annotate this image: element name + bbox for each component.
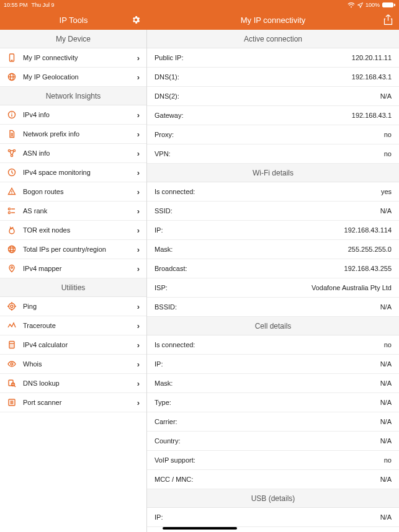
globe-icon bbox=[7, 72, 17, 82]
chevron-right-icon: › bbox=[137, 398, 140, 407]
home-indicator[interactable] bbox=[163, 527, 237, 530]
svg-point-24 bbox=[9, 303, 15, 309]
chevron-right-icon: › bbox=[137, 264, 140, 273]
sidebar-section-header: My Device bbox=[0, 30, 146, 48]
svg-point-16 bbox=[11, 193, 12, 193]
calc-icon bbox=[7, 340, 17, 350]
gear-icon bbox=[131, 15, 141, 25]
svg-point-34 bbox=[11, 363, 13, 365]
detail-key: Carrier: bbox=[155, 418, 177, 425]
svg-line-37 bbox=[14, 386, 16, 387]
sidebar-item[interactable]: IPv4 mapper› bbox=[0, 259, 146, 278]
content-pane[interactable]: Active connectionPublic IP:120.20.11.11D… bbox=[147, 30, 399, 532]
detail-value: N/A bbox=[380, 437, 392, 445]
doc-icon bbox=[7, 129, 17, 139]
sidebar-item[interactable]: Bogon routes› bbox=[0, 182, 146, 202]
sidebar-item[interactable]: DNS lookup› bbox=[0, 374, 146, 393]
sidebar-item[interactable]: TOR exit nodes› bbox=[0, 221, 146, 240]
detail-value: no bbox=[384, 131, 392, 138]
svg-point-7 bbox=[11, 113, 12, 114]
sidebar-item[interactable]: Network prefix info› bbox=[0, 125, 146, 144]
settings-button[interactable] bbox=[131, 15, 141, 25]
nav-right-title: My IP connectivity bbox=[147, 16, 399, 25]
sidebar-item[interactable]: AS rank› bbox=[0, 202, 146, 221]
sidebar-item[interactable]: Whois› bbox=[0, 355, 146, 374]
svg-point-20 bbox=[11, 246, 14, 253]
sidebar-item[interactable]: Port scanner› bbox=[0, 393, 146, 412]
detail-key: Is connected: bbox=[155, 341, 195, 348]
detail-value: 192.168.43.255 bbox=[344, 265, 392, 272]
target-icon bbox=[7, 301, 17, 311]
sidebar-item[interactable]: Total IPs per country/region› bbox=[0, 240, 146, 259]
detail-key: Broadcast: bbox=[155, 265, 187, 272]
detail-key: Is connected: bbox=[155, 188, 195, 195]
globegrid-icon bbox=[7, 244, 17, 254]
detail-row: ISP:Vodafone Australia Pty Ltd bbox=[147, 278, 399, 298]
detail-row: Country:N/A bbox=[147, 432, 399, 451]
detail-value: N/A bbox=[380, 513, 392, 521]
detail-row: IP:N/A bbox=[147, 355, 399, 374]
sidebar-item-label: My IP connectivity bbox=[23, 54, 137, 61]
sidebar-item-label: IPv4 mapper bbox=[23, 265, 137, 272]
sidebar-item[interactable]: IPv4 space monitoring› bbox=[0, 163, 146, 182]
sidebar-item-label: ASN info bbox=[23, 149, 137, 157]
sidebar-item-label: Ping bbox=[23, 303, 137, 310]
sidebar-item-label: IPv4 space monitoring bbox=[23, 169, 137, 176]
status-bar: 10:55 PM Thu Jul 9 100% bbox=[0, 0, 399, 10]
svg-point-13 bbox=[11, 154, 12, 156]
detail-value: N/A bbox=[380, 399, 392, 406]
svg-point-19 bbox=[9, 246, 16, 253]
detail-value: N/A bbox=[380, 418, 392, 425]
battery-percent: 100% bbox=[365, 2, 380, 8]
detail-row: Public IP:120.20.11.11 bbox=[147, 48, 399, 68]
location-icon bbox=[357, 2, 363, 8]
sidebar-item[interactable]: Traceroute› bbox=[0, 316, 146, 335]
sidebar-item[interactable]: IPv4 calculator› bbox=[0, 335, 146, 355]
rank-icon bbox=[7, 206, 17, 216]
detail-row: IP:192.168.43.114 bbox=[147, 221, 399, 240]
detail-value: 255.255.255.0 bbox=[348, 246, 392, 253]
detail-key: ISP: bbox=[155, 284, 168, 291]
detail-row: DNS(1):192.168.43.1 bbox=[147, 68, 399, 87]
svg-point-25 bbox=[11, 305, 13, 308]
nav-left: IP Tools bbox=[0, 10, 147, 30]
sidebar-item-label: Whois bbox=[23, 360, 137, 368]
trace-icon bbox=[7, 321, 17, 330]
detail-value: N/A bbox=[380, 360, 392, 368]
sidebar-section-header: Utilities bbox=[0, 278, 146, 297]
phone-icon bbox=[7, 53, 17, 63]
sidebar-item-label: My IP Geolocation bbox=[23, 73, 137, 81]
share-button[interactable] bbox=[383, 15, 393, 25]
sidebar-item[interactable]: ASN info› bbox=[0, 144, 146, 163]
content-section-header: Active connection bbox=[147, 30, 399, 48]
sidebar-section-header: Network Insights bbox=[0, 87, 146, 105]
chevron-right-icon: › bbox=[137, 360, 140, 369]
detail-key: IP: bbox=[155, 360, 163, 368]
share-icon bbox=[383, 15, 393, 25]
detail-key: Type: bbox=[155, 399, 171, 406]
detail-value: N/A bbox=[380, 92, 392, 100]
detail-key: Proxy: bbox=[155, 131, 174, 138]
chevron-right-icon: › bbox=[137, 206, 140, 216]
detail-row: Gateway:192.168.43.1 bbox=[147, 106, 399, 125]
nav-bar: IP Tools My IP connectivity bbox=[0, 10, 399, 30]
wifi-icon bbox=[347, 2, 355, 8]
sidebar[interactable]: My DeviceMy IP connectivity›My IP Geoloc… bbox=[0, 30, 147, 532]
detail-key: Mask: bbox=[155, 246, 173, 253]
chevron-right-icon: › bbox=[137, 53, 140, 63]
sidebar-item[interactable]: My IP connectivity› bbox=[0, 48, 146, 68]
detail-value: 192.168.43.114 bbox=[344, 226, 392, 234]
chevron-right-icon: › bbox=[137, 168, 140, 177]
detail-row: Type:N/A bbox=[147, 393, 399, 412]
svg-point-31 bbox=[10, 346, 11, 347]
sidebar-item[interactable]: Ping› bbox=[0, 297, 146, 316]
detail-value: no bbox=[384, 341, 392, 348]
detail-row: VPN:no bbox=[147, 144, 399, 164]
sidebar-item-label: IPv4 info bbox=[23, 111, 137, 118]
detail-value: Vodafone Australia Pty Ltd bbox=[312, 284, 392, 291]
sidebar-item-label: TOR exit nodes bbox=[23, 226, 137, 234]
clock-icon bbox=[7, 167, 17, 177]
sidebar-item[interactable]: IPv4 info› bbox=[0, 105, 146, 125]
svg-point-17 bbox=[8, 208, 10, 210]
sidebar-item[interactable]: My IP Geolocation› bbox=[0, 68, 146, 87]
